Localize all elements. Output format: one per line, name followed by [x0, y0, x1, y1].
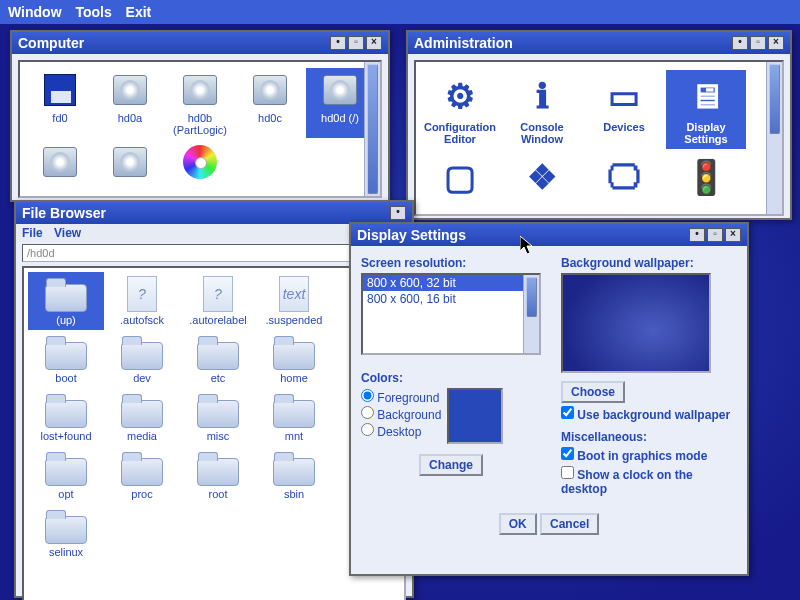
close-button[interactable]: × — [768, 36, 784, 50]
minimize-button[interactable]: • — [689, 228, 705, 242]
drive-item[interactable]: hd0b (PartLogic) — [166, 68, 234, 138]
admin-item[interactable]: ▢ — [420, 151, 500, 206]
file-item[interactable]: lost+found — [28, 388, 104, 446]
drive-list: fd0hd0ahd0b (PartLogic)hd0chd0d (/) — [20, 62, 380, 192]
file-grid: (up)?.autofsck?.autorelabeltext.suspende… — [24, 268, 404, 566]
file-item[interactable]: ?.autorelabel — [180, 272, 256, 330]
computer-window: Computer • ▫ × fd0hd0ahd0b (PartLogic)hd… — [10, 30, 390, 202]
menu-window[interactable]: Window — [8, 4, 62, 20]
admin-item[interactable]: 🖥Display Settings — [666, 70, 746, 149]
scrollbar[interactable] — [766, 62, 782, 214]
minimize-button[interactable]: • — [390, 206, 406, 220]
resolution-option[interactable]: 800 x 600, 32 bit — [363, 275, 539, 291]
maximize-button[interactable]: ▫ — [707, 228, 723, 242]
display-settings-titlebar[interactable]: Display Settings • ▫ × — [351, 224, 747, 246]
admin-item[interactable]: ❖ — [502, 151, 582, 206]
menu-tools[interactable]: Tools — [75, 4, 111, 20]
disk-icon — [323, 75, 357, 105]
folder-icon — [273, 400, 315, 428]
view-menu[interactable]: View — [54, 226, 81, 240]
computer-titlebar[interactable]: Computer • ▫ × — [12, 32, 388, 54]
change-button[interactable]: Change — [419, 454, 483, 476]
show-clock-checkbox[interactable] — [561, 466, 574, 479]
choose-button[interactable]: Choose — [561, 381, 625, 403]
drive-item[interactable]: hd0a — [96, 68, 164, 138]
drive-item[interactable]: hd0c — [236, 68, 304, 138]
file-item[interactable]: home — [256, 330, 332, 388]
close-button[interactable]: × — [725, 228, 741, 242]
svg-marker-0 — [520, 236, 532, 254]
resolution-option[interactable]: 800 x 600, 16 bit — [363, 291, 539, 307]
floppy-icon — [44, 74, 76, 106]
resolution-label: Screen resolution: — [361, 256, 541, 270]
file-browser-title: File Browser — [22, 205, 388, 221]
minimize-button[interactable]: • — [330, 36, 346, 50]
misc-label: Miscellaneous: — [561, 430, 737, 444]
file-item[interactable]: sbin — [256, 446, 332, 504]
file-item[interactable]: ?.autofsck — [104, 272, 180, 330]
use-wallpaper-checkbox[interactable] — [561, 406, 574, 419]
folder-icon — [197, 458, 239, 486]
background-radio[interactable] — [361, 406, 374, 419]
admin-item[interactable]: ℹConsole Window — [502, 70, 582, 149]
file-item[interactable]: (up) — [28, 272, 104, 330]
file-item[interactable]: selinux — [28, 504, 104, 562]
maximize-button[interactable]: ▫ — [348, 36, 364, 50]
drive-item[interactable] — [166, 140, 234, 186]
file-item[interactable]: root — [180, 446, 256, 504]
drive-item[interactable] — [26, 140, 94, 186]
ok-button[interactable]: OK — [499, 513, 537, 535]
boot-graphics-checkbox[interactable] — [561, 447, 574, 460]
disk-icon — [43, 147, 77, 177]
admin-item[interactable]: 🚦 — [666, 151, 746, 206]
foreground-radio[interactable] — [361, 389, 374, 402]
folder-icon — [273, 458, 315, 486]
folder-icon — [121, 342, 163, 370]
file-browser-titlebar[interactable]: File Browser • — [16, 202, 412, 224]
desktop-menubar: Window Tools Exit — [0, 0, 800, 24]
folder-icon — [45, 342, 87, 370]
colors-label: Colors: — [361, 371, 541, 385]
wallpaper-label: Background wallpaper: — [561, 256, 737, 270]
file-item[interactable]: boot — [28, 330, 104, 388]
disk-icon — [113, 75, 147, 105]
file-icon: ? — [203, 276, 233, 312]
admin-icon: ▢ — [432, 155, 488, 199]
file-item[interactable]: etc — [180, 330, 256, 388]
file-item[interactable]: misc — [180, 388, 256, 446]
folder-icon — [197, 342, 239, 370]
folder-icon — [121, 458, 163, 486]
admin-icon: ⚙ — [432, 74, 488, 118]
menu-exit[interactable]: Exit — [126, 4, 152, 20]
admin-title: Administration — [414, 35, 730, 51]
wallpaper-preview — [561, 273, 711, 373]
file-item[interactable]: proc — [104, 446, 180, 504]
scrollbar[interactable] — [523, 275, 539, 353]
file-icon: text — [279, 276, 309, 312]
admin-icon: ▭ — [596, 74, 652, 118]
admin-icon: ❖ — [514, 155, 570, 199]
admin-icon: 🖥 — [678, 74, 734, 118]
admin-icon: ℹ — [514, 74, 570, 118]
file-item[interactable]: dev — [104, 330, 180, 388]
file-item[interactable]: text.suspended — [256, 272, 332, 330]
file-menu[interactable]: File — [22, 226, 43, 240]
file-item[interactable]: mnt — [256, 388, 332, 446]
drive-item[interactable] — [96, 140, 164, 186]
file-item[interactable]: opt — [28, 446, 104, 504]
admin-item[interactable]: 🖵 — [584, 151, 664, 206]
color-swatch — [447, 388, 503, 444]
drive-item[interactable]: fd0 — [26, 68, 94, 138]
resolution-list[interactable]: 800 x 600, 32 bit 800 x 600, 16 bit — [361, 273, 541, 355]
admin-titlebar[interactable]: Administration • ▫ × — [408, 32, 790, 54]
close-button[interactable]: × — [366, 36, 382, 50]
maximize-button[interactable]: ▫ — [750, 36, 766, 50]
file-item[interactable]: media — [104, 388, 180, 446]
scrollbar[interactable] — [364, 62, 380, 196]
admin-item[interactable]: ▭Devices — [584, 70, 664, 149]
disk-icon — [253, 75, 287, 105]
desktop-radio[interactable] — [361, 423, 374, 436]
minimize-button[interactable]: • — [732, 36, 748, 50]
admin-item[interactable]: ⚙Configuration Editor — [420, 70, 500, 149]
cancel-button[interactable]: Cancel — [540, 513, 599, 535]
